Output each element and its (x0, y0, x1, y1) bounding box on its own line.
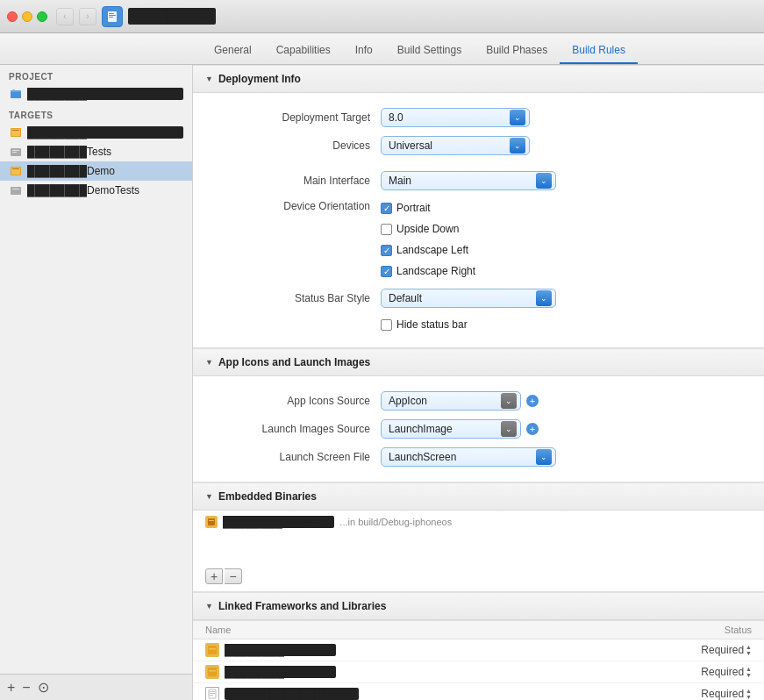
svg-rect-15 (12, 168, 19, 169)
svg-rect-12 (12, 152, 17, 153)
launch-images-source-row: Launch Images Source LaunchImage ⌄ + (193, 415, 764, 443)
hide-status-bar-checkbox[interactable] (381, 319, 392, 331)
hide-status-bar-row: Hide status bar (193, 312, 764, 337)
tab-general[interactable]: General (202, 39, 264, 64)
status-bar-style-dropdown[interactable]: Default ⌄ (381, 289, 556, 308)
forward-button[interactable]: › (79, 8, 96, 25)
landscape-right-checkbox[interactable]: ✓ (381, 266, 392, 277)
linked-name-0: ████████.framework (225, 644, 664, 656)
target-tests-label: ████████Tests (27, 146, 183, 158)
linked-frameworks-header[interactable]: ▼ Linked Frameworks and Libraries (193, 592, 764, 620)
embedded-binaries-section: ▼ Embedded Binaries ████████.framework .… (193, 482, 764, 592)
svg-rect-16 (11, 187, 21, 195)
filter-button[interactable]: ⊙ (38, 681, 49, 695)
portrait-checkbox[interactable]: ✓ (381, 203, 392, 214)
device-orientation-checkboxes: ✓ Portrait Upside Down ✓ Landscape Left (381, 200, 475, 279)
launch-images-add-button[interactable]: + (526, 423, 539, 435)
launch-screen-file-dropdown[interactable]: LaunchScreen ⌄ (381, 447, 556, 467)
traffic-lights (7, 11, 47, 22)
sidebar-item-target-main[interactable]: ████████ (0, 123, 192, 142)
hide-status-bar-checkbox-row: Hide status bar (381, 318, 468, 331)
svg-rect-20 (208, 646, 217, 654)
tab-build-phases[interactable]: Build Phases (474, 39, 560, 64)
main-interface-arrow: ⌄ (536, 173, 552, 189)
sidebar-item-target-demo[interactable]: ████████Demo (0, 161, 192, 181)
remove-target-button[interactable]: − (22, 681, 30, 695)
linked-frameworks-table-header: Name Status (193, 620, 764, 639)
embedded-remove-button[interactable]: − (225, 568, 242, 584)
sidebar-item-target-tests[interactable]: ████████Tests (0, 142, 192, 161)
svg-rect-23 (209, 670, 216, 672)
linked-status-1: Required ▲ ▼ (664, 666, 752, 678)
target-demo-icon (9, 164, 23, 178)
devices-dropdown[interactable]: Universal ⌄ (381, 136, 530, 155)
deployment-info-title: Deployment Info (218, 73, 301, 85)
app-icons-source-arrow: ⌄ (501, 393, 517, 409)
deployment-info-section: ▼ Deployment Info Deployment Target 8.0 … (193, 65, 764, 348)
landscape-left-label: Landscape Left (396, 244, 468, 256)
launch-images-source-value: LaunchImage (389, 423, 453, 435)
launch-screen-file-row: Launch Screen File LaunchScreen ⌄ (193, 443, 764, 471)
launch-images-source-dropdown[interactable]: LaunchImage ⌄ (381, 419, 521, 439)
linked-icon-2 (205, 687, 219, 700)
add-target-button[interactable]: + (7, 681, 15, 695)
main-layout: PROJECT ████████ TARGETS (0, 65, 764, 700)
deployment-target-dropdown[interactable]: 8.0 ⌄ (381, 108, 530, 127)
embedded-binaries-triangle: ▼ (205, 492, 213, 501)
status-stepper-1[interactable]: ▲ ▼ (746, 666, 752, 678)
linked-icon-1 (205, 665, 219, 679)
target-demo-label: ████████Demo (27, 165, 183, 177)
status-bar-style-control: Default ⌄ (381, 289, 556, 308)
app-icons-header[interactable]: ▼ App Icons and Launch Images (193, 348, 764, 376)
hide-status-bar-label: Hide status bar (396, 318, 468, 331)
embedded-binaries-title: Embedded Binaries (218, 490, 317, 503)
linked-item-2[interactable]: libPods-████████Demo.a Required ▲ ▼ (193, 683, 764, 700)
embedded-item-name-0: ████████.framework (223, 516, 334, 528)
upside-down-checkbox[interactable] (381, 224, 392, 235)
devices-control: Universal ⌄ (381, 136, 530, 155)
svg-rect-11 (12, 150, 19, 151)
app-icons-source-label: App Icons Source (205, 395, 381, 407)
svg-rect-24 (209, 689, 216, 698)
embedded-item-0: ████████.framework ...in build/Debug-iph… (193, 511, 764, 533)
svg-rect-19 (209, 520, 214, 521)
embedded-binaries-header[interactable]: ▼ Embedded Binaries (193, 482, 764, 511)
linked-item-0[interactable]: ████████.framework Required ▲ ▼ (193, 639, 764, 661)
sidebar-item-project[interactable]: ████████ (0, 84, 192, 104)
main-interface-control: Main ⌄ (381, 171, 556, 190)
tab-build-rules[interactable]: Build Rules (560, 39, 638, 64)
app-icons-add-button[interactable]: + (526, 395, 539, 407)
linked-item-1[interactable]: ████████.framework Required ▲ ▼ (193, 661, 764, 683)
embedded-add-button[interactable]: + (205, 568, 223, 584)
launch-screen-file-label: Launch Screen File (205, 451, 381, 463)
tab-build-settings[interactable]: Build Settings (385, 39, 474, 64)
window: ‹ › ████████ General Capabilities Info B… (0, 0, 764, 700)
portrait-label: Portrait (396, 202, 431, 214)
tab-capabilities[interactable]: Capabilities (264, 39, 343, 64)
status-stepper-0[interactable]: ▲ ▼ (746, 644, 752, 656)
status-bar-style-arrow: ⌄ (536, 290, 552, 306)
maximize-button[interactable] (37, 11, 47, 22)
tab-info[interactable]: Info (343, 39, 385, 64)
app-icons-source-dropdown[interactable]: AppIcon ⌄ (381, 391, 521, 411)
deployment-info-header[interactable]: ▼ Deployment Info (193, 65, 764, 93)
sidebar-item-target-demotests[interactable]: ████████DemoTests (0, 181, 192, 200)
devices-label: Devices (205, 139, 381, 152)
linked-icon-0 (205, 643, 219, 657)
back-button[interactable]: ‹ (56, 8, 74, 25)
launch-images-source-label: Launch Images Source (205, 423, 381, 435)
deployment-target-row: Deployment Target 8.0 ⌄ (193, 104, 764, 132)
svg-rect-6 (12, 89, 15, 91)
landscape-left-checkbox[interactable]: ✓ (381, 245, 392, 256)
col-name-header: Name (205, 625, 664, 635)
upside-down-label: Upside Down (396, 223, 459, 235)
close-button[interactable] (7, 11, 18, 22)
main-interface-row: Main Interface Main ⌄ (193, 167, 764, 195)
launch-screen-file-arrow: ⌄ (536, 449, 552, 465)
main-interface-dropdown[interactable]: Main ⌄ (381, 171, 556, 190)
status-stepper-2[interactable]: ▲ ▼ (746, 688, 752, 700)
launch-images-source-arrow: ⌄ (501, 421, 517, 437)
linked-frameworks-section: ▼ Linked Frameworks and Libraries Name S… (193, 592, 764, 700)
minimize-button[interactable] (22, 11, 32, 22)
svg-rect-17 (12, 189, 19, 189)
